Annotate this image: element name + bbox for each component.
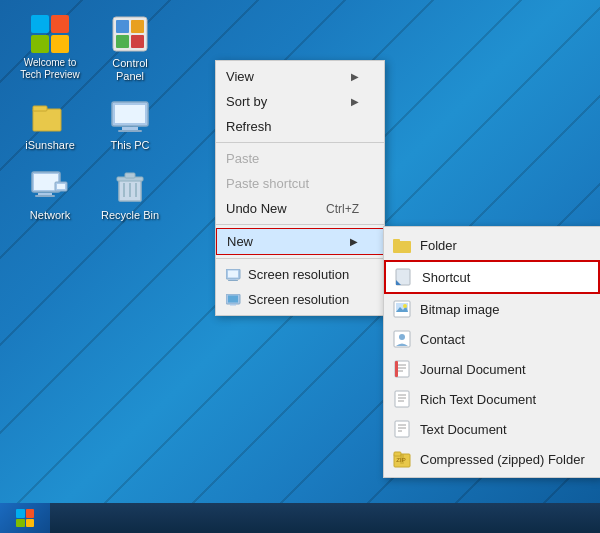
contact-icon — [392, 329, 412, 349]
svg-rect-6 — [33, 106, 47, 111]
separator-3 — [216, 258, 384, 259]
submenu-item-contact[interactable]: Contact — [384, 324, 600, 354]
folder-icon — [392, 235, 412, 255]
screen-resolution-icon — [226, 269, 242, 281]
menu-item-paste-label: Paste — [226, 151, 259, 166]
svg-rect-51 — [228, 270, 238, 277]
submenu-new: Folder Shortcut — [383, 226, 600, 478]
recycle-bin-icon-img — [110, 166, 150, 206]
svg-rect-19 — [125, 173, 135, 178]
menu-item-view[interactable]: View ▶ — [216, 64, 384, 89]
control-panel-label: Control Panel — [99, 57, 161, 83]
isunshare-label: iSunshare — [25, 139, 75, 152]
shortcut-icon — [394, 267, 414, 287]
svg-point-32 — [399, 334, 405, 340]
personalize-icon — [226, 294, 242, 306]
submenu-item-journal[interactable]: Journal Document — [384, 354, 600, 384]
separator-2 — [216, 224, 384, 225]
menu-item-new[interactable]: New ▶ Folder — [216, 228, 384, 255]
submenu-item-bitmap[interactable]: Bitmap image — [384, 294, 600, 324]
menu-item-paste-shortcut-label: Paste shortcut — [226, 176, 309, 191]
welcome-icon[interactable]: Welcome toTech Preview — [15, 10, 85, 87]
control-panel-icon[interactable]: Control Panel — [95, 10, 165, 87]
menu-item-screen-resolution[interactable]: Screen resolution — [216, 262, 384, 287]
menu-item-personalize-label: Screen resolution — [248, 292, 349, 307]
menu-item-screen-resolution-label: Screen resolution — [248, 267, 349, 282]
recycle-bin-label: Recycle Bin — [101, 209, 159, 222]
this-pc-label: This PC — [110, 139, 149, 152]
submenu-item-compressed[interactable]: ZIP Compressed (zipped) Folder — [384, 444, 600, 474]
svg-point-30 — [403, 304, 407, 308]
svg-rect-1 — [116, 20, 129, 33]
menu-item-personalize[interactable]: Screen resolution — [216, 287, 384, 312]
svg-rect-55 — [228, 295, 238, 302]
svg-rect-47 — [394, 452, 401, 456]
desktop: Welcome toTech Preview Control Panel — [0, 0, 600, 533]
isunshare-icon-img — [30, 96, 70, 136]
svg-rect-8 — [115, 105, 145, 123]
windows-logo — [31, 15, 69, 53]
svg-text:ZIP: ZIP — [396, 457, 405, 463]
svg-rect-56 — [230, 304, 236, 306]
svg-rect-14 — [35, 195, 55, 197]
taskbar — [0, 503, 600, 533]
separator-1 — [216, 142, 384, 143]
bitmap-icon — [392, 299, 412, 319]
svg-rect-4 — [131, 35, 144, 48]
sort-by-arrow: ▶ — [351, 96, 359, 107]
text-icon — [392, 419, 412, 439]
svg-rect-42 — [395, 421, 409, 437]
submenu-shortcut-label: Shortcut — [422, 270, 470, 285]
svg-rect-16 — [57, 184, 65, 189]
welcome-icon-img — [30, 14, 70, 54]
desktop-icons-area: Welcome toTech Preview Control Panel — [15, 10, 165, 231]
submenu-item-folder[interactable]: Folder — [384, 230, 600, 260]
submenu-item-rich-text[interactable]: Rich Text Document — [384, 384, 600, 414]
zip-icon: ZIP — [392, 449, 412, 469]
menu-item-refresh[interactable]: Refresh — [216, 114, 384, 139]
submenu-rich-text-label: Rich Text Document — [420, 392, 536, 407]
menu-item-sort-by[interactable]: Sort by ▶ — [216, 89, 384, 114]
svg-rect-37 — [395, 361, 398, 377]
this-pc-icon[interactable]: This PC — [95, 92, 165, 156]
submenu-item-shortcut[interactable]: Shortcut — [384, 260, 600, 294]
rich-text-icon — [392, 389, 412, 409]
icon-row-3: Network Recycle Bin — [15, 162, 165, 226]
new-arrow: ▶ — [350, 236, 358, 247]
submenu-text-label: Text Document — [420, 422, 507, 437]
start-button[interactable] — [0, 503, 50, 533]
svg-rect-12 — [34, 174, 58, 190]
context-menu: View ▶ Sort by ▶ Refresh Paste Paste sho… — [215, 60, 385, 316]
submenu-item-text[interactable]: Text Document — [384, 414, 600, 444]
menu-item-sort-by-label: Sort by — [226, 94, 267, 109]
svg-rect-38 — [395, 391, 409, 407]
svg-rect-3 — [116, 35, 129, 48]
menu-item-paste-shortcut[interactable]: Paste shortcut — [216, 171, 384, 196]
menu-item-view-label: View — [226, 69, 254, 84]
welcome-label: Welcome toTech Preview — [20, 57, 79, 81]
menu-item-undo-new[interactable]: Undo New Ctrl+Z — [216, 196, 384, 221]
menu-item-paste[interactable]: Paste — [216, 146, 384, 171]
svg-rect-24 — [393, 239, 400, 243]
recycle-bin-icon[interactable]: Recycle Bin — [95, 162, 165, 226]
control-panel-icon-img — [110, 14, 150, 54]
svg-rect-10 — [118, 130, 142, 132]
menu-item-undo-new-label: Undo New — [226, 201, 287, 216]
submenu-folder-label: Folder — [420, 238, 457, 253]
start-windows-logo — [16, 509, 34, 527]
svg-rect-53 — [228, 280, 238, 281]
isunshare-icon[interactable]: iSunshare — [15, 92, 85, 156]
submenu-contact-label: Contact — [420, 332, 465, 347]
svg-rect-5 — [33, 109, 61, 131]
submenu-journal-label: Journal Document — [420, 362, 526, 377]
menu-item-new-label: New — [227, 234, 253, 249]
journal-icon — [392, 359, 412, 379]
network-icon[interactable]: Network — [15, 162, 85, 226]
svg-rect-2 — [131, 20, 144, 33]
submenu-compressed-label: Compressed (zipped) Folder — [420, 452, 585, 467]
submenu-bitmap-label: Bitmap image — [420, 302, 499, 317]
view-arrow: ▶ — [351, 71, 359, 82]
network-icon-img — [30, 166, 70, 206]
undo-new-shortcut: Ctrl+Z — [326, 202, 359, 216]
network-label: Network — [30, 209, 70, 222]
